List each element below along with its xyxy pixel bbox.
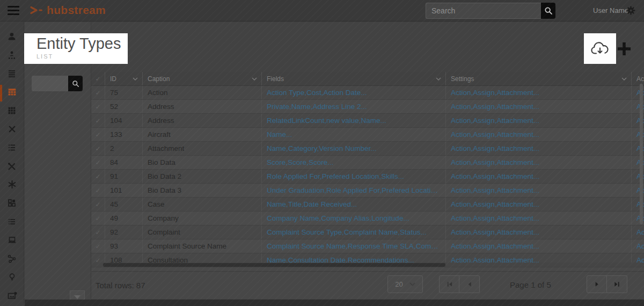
vertical-scrollbar-thumb[interactable] — [640, 84, 643, 224]
settings-link[interactable]: Action,Assign,Attachment... — [451, 130, 539, 139]
table-row[interactable]: ✓92ComplaintComplaint Source Type,Compla… — [91, 225, 644, 239]
search-input[interactable] — [426, 3, 541, 19]
fields-link[interactable]: Company Name,Company Alias,Longitude... — [267, 214, 409, 222]
cell-fields: RelatedLinkCount,new value,Name... — [261, 114, 445, 127]
row-checkbox[interactable]: ✓ — [91, 212, 105, 225]
horizontal-scrollbar-thumb[interactable] — [103, 263, 445, 267]
page-size-select[interactable]: 20 — [387, 275, 423, 293]
sidebar-item-widgets[interactable] — [0, 195, 24, 213]
cell-id: 52 — [105, 100, 142, 113]
row-checkbox[interactable]: ✓ — [91, 100, 105, 113]
cell-caption: Bio Data — [142, 156, 261, 169]
cell-caption: Attachment — [142, 142, 261, 155]
sidebar-item-asterisk[interactable] — [0, 177, 24, 195]
next-page-button[interactable] — [587, 275, 607, 293]
row-checkbox[interactable]: ✓ — [91, 114, 105, 127]
table-row[interactable]: ✓104AddressRelatedLinkCount,new value,Na… — [91, 114, 644, 128]
row-checkbox[interactable]: ✓ — [91, 239, 105, 253]
table-row[interactable]: ✓75ActionAction Type,Cost,Action Date...… — [91, 86, 644, 100]
fields-link[interactable]: Under Graduation,Role Applied For,Prefer… — [267, 186, 441, 194]
cell-fields: Under Graduation,Role Applied For,Prefer… — [261, 184, 445, 197]
table-row[interactable]: ✓2AttachmentName,Category,Version Number… — [91, 142, 644, 156]
panel-search-button[interactable] — [68, 76, 83, 91]
row-checkbox[interactable]: ✓ — [91, 128, 105, 141]
column-header-action[interactable]: Action — [631, 72, 644, 85]
chevron-down-icon[interactable] — [133, 77, 138, 81]
row-checkbox[interactable]: ✓ — [91, 184, 105, 197]
settings-link[interactable]: Action,Assign,Attachment... — [451, 214, 539, 222]
row-checkbox[interactable]: ✓ — [91, 86, 105, 99]
last-page-button[interactable] — [607, 275, 627, 293]
settings-link[interactable]: Action,Assign,Attachment... — [451, 228, 539, 236]
action-link[interactable]: Add... — [636, 228, 644, 236]
table-row[interactable]: ✓101Bio Data 3Under Graduation,Role Appl… — [91, 184, 644, 198]
settings-link[interactable]: Action,Assign,Attachment... — [451, 103, 539, 111]
settings-link[interactable]: Action,Assign,Attachment... — [451, 144, 539, 152]
chevron-down-icon[interactable] — [621, 77, 627, 81]
settings-link[interactable]: Action,Assign,Attachment... — [451, 200, 539, 208]
previous-page-button[interactable] — [459, 275, 480, 293]
fields-link[interactable]: Role Applied For,Prefered Location,Skill… — [267, 172, 404, 180]
fields-link[interactable]: Name,Category,Version Number... — [267, 144, 377, 152]
download-button[interactable] — [584, 33, 616, 64]
fields-link[interactable]: Complaint Source Name,Response Time SLA,… — [267, 242, 441, 250]
row-checkbox[interactable]: ✓ — [91, 142, 105, 155]
sidebar-item-grid[interactable] — [0, 103, 24, 121]
table-row[interactable]: ✓49CompanyCompany Name,Company Alias,Lon… — [91, 212, 644, 225]
sidebar-item-tools[interactable] — [0, 158, 24, 176]
add-button[interactable] — [616, 41, 632, 57]
fields-link[interactable]: Action Type,Cost,Action Date... — [267, 89, 367, 97]
sidebar-item-list[interactable] — [0, 65, 24, 84]
sidebar-item-close[interactable] — [0, 121, 24, 139]
column-header-caption[interactable]: Caption — [142, 72, 261, 85]
sidebar-item-table[interactable] — [0, 84, 24, 102]
table-row[interactable]: ✓84Bio DataScore,Score,Score...Action,As… — [91, 156, 644, 170]
sidebar-item-checklist[interactable] — [0, 140, 24, 158]
column-header-settings[interactable]: Settings — [445, 72, 631, 85]
row-checkbox[interactable]: ✓ — [91, 225, 105, 239]
horizontal-scrollbar[interactable] — [91, 263, 644, 267]
panel-search-input[interactable] — [32, 76, 68, 91]
settings-link[interactable]: Action,Assign,Attachment... — [451, 89, 539, 97]
settings-link[interactable]: Action,Assign,Attachment... — [451, 186, 539, 194]
sidebar-item-org[interactable] — [0, 47, 24, 65]
fields-link[interactable]: Complaint Source Type,Complaint Name,Sta… — [267, 228, 427, 236]
fields-link[interactable]: Private,Name,Address Line 2... — [267, 103, 367, 111]
row-checkbox[interactable]: ✓ — [91, 198, 105, 211]
fields-link[interactable]: Name... — [267, 130, 292, 139]
first-page-button[interactable] — [439, 275, 459, 293]
chevron-down-icon[interactable] — [436, 77, 441, 81]
chevron-down-icon[interactable] — [252, 77, 257, 81]
table-row[interactable]: ✓133AircraftName...Action,Assign,Attachm… — [91, 128, 644, 142]
sidebar-item-user[interactable] — [0, 28, 24, 47]
gear-icon[interactable] — [626, 5, 636, 18]
header-select-all[interactable]: ✓ — [91, 72, 105, 85]
settings-link[interactable]: Action,Assign,Attachment... — [451, 172, 539, 180]
table-row[interactable]: ✓52AddressPrivate,Name,Address Line 2...… — [91, 100, 644, 114]
fields-link[interactable]: Name,Title,Date Received... — [267, 200, 357, 208]
search-button[interactable] — [541, 3, 555, 19]
user-name[interactable]: User Name — [593, 6, 628, 14]
menu-icon[interactable] — [8, 6, 19, 15]
sidebar-item-laptop[interactable] — [0, 232, 24, 250]
table-row[interactable]: ✓45CaseName,Title,Date Received...Action… — [91, 198, 644, 212]
column-header-id[interactable]: ID — [105, 72, 142, 85]
table-row[interactable]: ✓91Bio Data 2Role Applied For,Prefered L… — [91, 170, 644, 184]
settings-link[interactable]: Action,Assign,Attachment... — [451, 242, 539, 250]
sidebar-item-flow[interactable] — [0, 251, 24, 269]
sidebar-item-bulb[interactable] — [0, 269, 24, 287]
widgets-icon — [7, 198, 17, 210]
global-search — [426, 3, 555, 19]
row-checkbox[interactable]: ✓ — [91, 156, 105, 169]
fields-link[interactable]: RelatedLinkCount,new value,Name... — [267, 116, 386, 125]
settings-link[interactable]: Action,Assign,Attachment... — [451, 158, 539, 166]
sidebar-item-menu-list[interactable] — [0, 214, 24, 232]
sidebar-item-photo[interactable] — [0, 288, 24, 306]
fields-link[interactable]: Score,Score,Score... — [267, 158, 334, 166]
column-header-fields[interactable]: Fields — [261, 72, 445, 85]
hubstream-logo[interactable]: hubstream — [30, 4, 106, 17]
table-row[interactable]: ✓93Complaint Source NameComplaint Source… — [91, 239, 644, 253]
row-checkbox[interactable]: ✓ — [91, 170, 105, 183]
settings-link[interactable]: Action,Assign,Attachment... — [451, 116, 539, 125]
action-link[interactable]: Add... — [636, 242, 644, 250]
